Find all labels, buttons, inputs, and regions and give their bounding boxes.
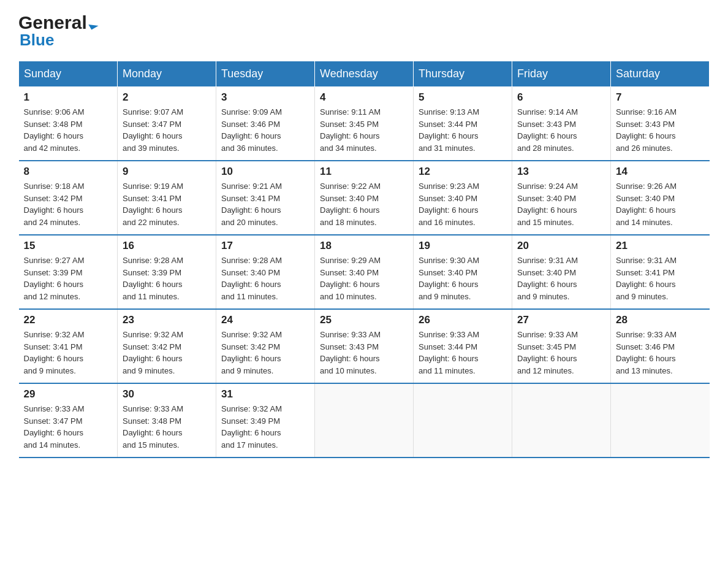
weekday-header-monday: Monday [118,61,216,87]
day-number: 22 [24,314,113,326]
week-row-3: 15Sunrise: 9:27 AM Sunset: 3:39 PM Dayli… [19,235,710,309]
day-number: 2 [123,91,211,104]
day-number: 7 [616,91,705,104]
day-info: Sunrise: 9:09 AM Sunset: 3:46 PM Dayligh… [221,106,309,154]
day-info: Sunrise: 9:29 AM Sunset: 3:40 PM Dayligh… [320,255,408,302]
day-info: Sunrise: 9:13 AM Sunset: 3:44 PM Dayligh… [419,106,507,154]
day-number: 30 [123,388,211,400]
day-number: 15 [24,240,113,252]
day-info: Sunrise: 9:33 AM Sunset: 3:45 PM Dayligh… [517,329,605,377]
day-number: 1 [24,91,113,104]
calendar-cell: 18Sunrise: 9:29 AM Sunset: 3:40 PM Dayli… [315,235,414,309]
day-info: Sunrise: 9:32 AM Sunset: 3:42 PM Dayligh… [221,329,309,377]
calendar-cell: 29Sunrise: 9:33 AM Sunset: 3:47 PM Dayli… [19,383,118,458]
calendar-cell: 1Sunrise: 9:06 AM Sunset: 3:48 PM Daylig… [19,87,118,161]
day-info: Sunrise: 9:16 AM Sunset: 3:43 PM Dayligh… [616,106,705,154]
day-info: Sunrise: 9:27 AM Sunset: 3:39 PM Dayligh… [24,255,113,302]
logo-general: General [18,12,87,33]
day-info: Sunrise: 9:24 AM Sunset: 3:40 PM Dayligh… [517,180,605,228]
weekday-header-row: SundayMondayTuesdayWednesdayThursdayFrid… [19,61,710,87]
calendar-cell: 14Sunrise: 9:26 AM Sunset: 3:40 PM Dayli… [611,161,710,235]
calendar-cell: 16Sunrise: 9:28 AM Sunset: 3:39 PM Dayli… [118,235,216,309]
week-row-5: 29Sunrise: 9:33 AM Sunset: 3:47 PM Dayli… [19,383,710,458]
calendar-cell: 31Sunrise: 9:32 AM Sunset: 3:49 PM Dayli… [216,383,315,458]
logo-blue: Blue [20,31,54,50]
day-number: 3 [221,91,309,104]
day-number: 5 [419,91,507,104]
calendar-cell: 30Sunrise: 9:33 AM Sunset: 3:48 PM Dayli… [118,383,216,458]
day-info: Sunrise: 9:32 AM Sunset: 3:42 PM Dayligh… [123,329,211,377]
day-number: 20 [517,240,605,252]
day-info: Sunrise: 9:32 AM Sunset: 3:41 PM Dayligh… [24,329,113,377]
calendar-cell: 21Sunrise: 9:31 AM Sunset: 3:41 PM Dayli… [611,235,710,309]
logo-arrow-icon [88,20,98,29]
day-info: Sunrise: 9:33 AM Sunset: 3:47 PM Dayligh… [24,403,113,451]
calendar-cell: 6Sunrise: 9:14 AM Sunset: 3:43 PM Daylig… [512,87,611,161]
calendar-table: SundayMondayTuesdayWednesdayThursdayFrid… [18,61,710,458]
day-info: Sunrise: 9:33 AM Sunset: 3:43 PM Dayligh… [320,329,408,377]
week-row-1: 1Sunrise: 9:06 AM Sunset: 3:48 PM Daylig… [19,87,710,161]
day-info: Sunrise: 9:31 AM Sunset: 3:41 PM Dayligh… [616,255,705,302]
day-info: Sunrise: 9:23 AM Sunset: 3:40 PM Dayligh… [419,180,507,228]
calendar-cell [315,383,414,458]
calendar-cell: 10Sunrise: 9:21 AM Sunset: 3:41 PM Dayli… [216,161,315,235]
calendar-cell: 28Sunrise: 9:33 AM Sunset: 3:46 PM Dayli… [611,309,710,383]
day-info: Sunrise: 9:22 AM Sunset: 3:40 PM Dayligh… [320,180,408,228]
day-number: 27 [517,314,605,326]
weekday-header-thursday: Thursday [414,61,512,87]
day-number: 13 [517,166,605,178]
weekday-header-saturday: Saturday [611,61,710,87]
day-number: 25 [320,314,408,326]
day-number: 11 [320,166,408,178]
day-info: Sunrise: 9:33 AM Sunset: 3:48 PM Dayligh… [123,403,211,451]
day-number: 23 [123,314,211,326]
calendar-cell: 24Sunrise: 9:32 AM Sunset: 3:42 PM Dayli… [216,309,315,383]
day-info: Sunrise: 9:28 AM Sunset: 3:40 PM Dayligh… [221,255,309,302]
day-info: Sunrise: 9:33 AM Sunset: 3:46 PM Dayligh… [616,329,705,377]
calendar-cell: 7Sunrise: 9:16 AM Sunset: 3:43 PM Daylig… [611,87,710,161]
day-number: 29 [24,388,113,400]
calendar-cell: 27Sunrise: 9:33 AM Sunset: 3:45 PM Dayli… [512,309,611,383]
day-info: Sunrise: 9:21 AM Sunset: 3:41 PM Dayligh… [221,180,309,228]
day-info: Sunrise: 9:26 AM Sunset: 3:40 PM Dayligh… [616,180,705,228]
calendar-cell: 8Sunrise: 9:18 AM Sunset: 3:42 PM Daylig… [19,161,118,235]
day-info: Sunrise: 9:07 AM Sunset: 3:47 PM Dayligh… [123,106,211,154]
day-number: 9 [123,166,211,178]
day-number: 10 [221,166,309,178]
day-info: Sunrise: 9:28 AM Sunset: 3:39 PM Dayligh… [123,255,211,302]
calendar-cell: 9Sunrise: 9:19 AM Sunset: 3:41 PM Daylig… [118,161,216,235]
day-number: 21 [616,240,705,252]
logo: General Blue [18,12,97,50]
calendar-cell: 25Sunrise: 9:33 AM Sunset: 3:43 PM Dayli… [315,309,414,383]
calendar-cell: 13Sunrise: 9:24 AM Sunset: 3:40 PM Dayli… [512,161,611,235]
day-number: 6 [517,91,605,104]
day-info: Sunrise: 9:31 AM Sunset: 3:40 PM Dayligh… [517,255,605,302]
page-header: General Blue [18,12,710,50]
calendar-cell: 22Sunrise: 9:32 AM Sunset: 3:41 PM Dayli… [19,309,118,383]
calendar-cell: 26Sunrise: 9:33 AM Sunset: 3:44 PM Dayli… [414,309,512,383]
day-number: 19 [419,240,507,252]
calendar-cell: 19Sunrise: 9:30 AM Sunset: 3:40 PM Dayli… [414,235,512,309]
day-number: 31 [221,388,309,400]
calendar-cell: 5Sunrise: 9:13 AM Sunset: 3:44 PM Daylig… [414,87,512,161]
weekday-header-sunday: Sunday [19,61,118,87]
day-number: 24 [221,314,309,326]
day-number: 4 [320,91,408,104]
weekday-header-wednesday: Wednesday [315,61,414,87]
day-number: 14 [616,166,705,178]
day-number: 12 [419,166,507,178]
day-info: Sunrise: 9:19 AM Sunset: 3:41 PM Dayligh… [123,180,211,228]
day-number: 26 [419,314,507,326]
day-info: Sunrise: 9:32 AM Sunset: 3:49 PM Dayligh… [221,403,309,451]
calendar-cell: 2Sunrise: 9:07 AM Sunset: 3:47 PM Daylig… [118,87,216,161]
day-number: 16 [123,240,211,252]
calendar-cell [611,383,710,458]
week-row-4: 22Sunrise: 9:32 AM Sunset: 3:41 PM Dayli… [19,309,710,383]
day-info: Sunrise: 9:18 AM Sunset: 3:42 PM Dayligh… [24,180,113,228]
calendar-cell: 23Sunrise: 9:32 AM Sunset: 3:42 PM Dayli… [118,309,216,383]
calendar-cell: 3Sunrise: 9:09 AM Sunset: 3:46 PM Daylig… [216,87,315,161]
calendar-cell: 12Sunrise: 9:23 AM Sunset: 3:40 PM Dayli… [414,161,512,235]
weekday-header-friday: Friday [512,61,611,87]
day-info: Sunrise: 9:06 AM Sunset: 3:48 PM Dayligh… [24,106,113,154]
calendar-cell: 11Sunrise: 9:22 AM Sunset: 3:40 PM Dayli… [315,161,414,235]
